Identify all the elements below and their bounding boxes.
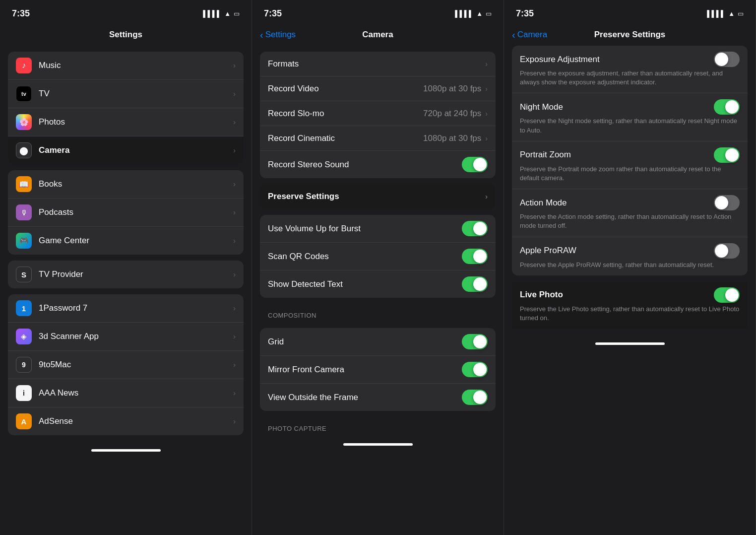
nightmode-desc: Preserve the Night mode setting, rather …	[520, 117, 740, 134]
settings-item-podcasts[interactable]: 🎙 Podcasts ›	[8, 199, 244, 227]
camera-item-showtext[interactable]: Show Detected Text	[260, 270, 496, 298]
settings-item-camera[interactable]: ⬤ Camera ›	[8, 136, 244, 164]
camera-chevron: ›	[233, 146, 236, 154]
settings-item-3dscanner[interactable]: ◈ 3d Scanner App ›	[8, 323, 244, 351]
signal-icon-2: ▌▌▌▌	[455, 10, 473, 17]
recordslomo-chevron: ›	[485, 110, 488, 118]
showtext-label: Show Detected Text	[268, 279, 462, 289]
battery-icon: ▭	[234, 10, 240, 17]
recordcinematic-chevron: ›	[485, 134, 488, 142]
viewoutside-thumb	[473, 391, 487, 404]
preserve-title: Preserve Settings	[594, 30, 666, 40]
3dscanner-label: 3d Scanner App	[39, 332, 233, 341]
nightmode-label: Night Mode	[520, 102, 563, 112]
volumeburst-thumb	[473, 222, 487, 235]
adsense-icon: A	[16, 413, 32, 429]
showtext-toggle[interactable]	[462, 276, 488, 292]
preserve-settings-block: Exposure Adjustment Preserve the exposur…	[512, 46, 748, 275]
settings-item-adsense[interactable]: A AdSense ›	[8, 407, 244, 435]
portraitzoom-thumb	[725, 148, 739, 162]
camera-item-formats[interactable]: Formats ›	[260, 52, 496, 76]
portraitzoom-desc: Preserve the Portrait mode zoom rather t…	[520, 165, 740, 183]
tv-label: TV	[39, 89, 233, 99]
recordcinematic-value: 1080p at 30 fps	[423, 134, 481, 143]
mirrorcamera-toggle[interactable]	[462, 362, 488, 377]
tv-chevron: ›	[233, 90, 236, 98]
preserve-back-button[interactable]: ‹ Camera	[512, 29, 547, 41]
camera-item-mirrorcamera[interactable]: Mirror Front Camera	[260, 356, 496, 384]
preserve-item-portraitzoom: Portrait Zoom Preserve the Portrait mode…	[512, 141, 748, 189]
music-icon: ♪	[16, 58, 32, 73]
volumeburst-label: Use Volume Up for Burst	[268, 224, 462, 234]
1password-icon: 1	[16, 300, 32, 316]
actionmode-desc: Preserve the Action mode setting, rather…	[520, 212, 740, 230]
9to5mac-icon: 9	[16, 357, 32, 373]
camera-item-viewoutside[interactable]: View Outside the Frame	[260, 384, 496, 411]
scroll-indicator-1	[91, 449, 161, 452]
settings-item-aaa[interactable]: i AAA News ›	[8, 379, 244, 407]
recordslomo-label: Record Slo-mo	[268, 109, 423, 119]
podcasts-label: Podcasts	[39, 207, 233, 217]
camera-item-scanqr[interactable]: Scan QR Codes	[260, 243, 496, 270]
livephoto-toggle[interactable]	[714, 287, 740, 303]
camera-item-preserve[interactable]: Preserve Settings ›	[260, 184, 496, 209]
camera-item-recordvideo[interactable]: Record Video 1080p at 30 fps ›	[260, 76, 496, 101]
1password-chevron: ›	[233, 304, 236, 312]
settings-item-tvprovider[interactable]: S TV Provider ›	[8, 261, 244, 288]
exposure-label: Exposure Adjustment	[520, 55, 600, 65]
formats-label: Formats	[268, 59, 485, 69]
camera-item-grid[interactable]: Grid	[260, 328, 496, 356]
camera-item-recordcinematic[interactable]: Record Cinematic 1080p at 30 fps ›	[260, 126, 496, 151]
scroll-indicator-3	[595, 342, 665, 345]
status-bar-1: 7:35 ▌▌▌▌ ▲ ▭	[0, 0, 252, 24]
viewoutside-label: View Outside the Frame	[268, 393, 462, 402]
settings-item-music[interactable]: ♪ Music ›	[8, 52, 244, 80]
grid-label: Grid	[268, 337, 462, 347]
recordvideo-label: Record Video	[268, 84, 423, 94]
settings-item-9to5mac[interactable]: 9 9to5Mac ›	[8, 351, 244, 379]
1password-label: 1Password 7	[39, 303, 233, 313]
status-icons-2: ▌▌▌▌ ▲ ▭	[455, 10, 492, 17]
volumeburst-toggle[interactable]	[462, 221, 488, 236]
proraw-toggle[interactable]	[714, 243, 740, 259]
stereosound-toggle[interactable]	[462, 157, 488, 172]
camera-item-volumeburst[interactable]: Use Volume Up for Burst	[260, 215, 496, 243]
settings-item-1password[interactable]: 1 1Password 7 ›	[8, 294, 244, 323]
nav-bar-2: ‹ Settings Camera	[252, 24, 504, 46]
aaa-chevron: ›	[233, 389, 236, 397]
exposure-toggle[interactable]	[714, 52, 740, 67]
podcasts-chevron: ›	[233, 208, 236, 216]
portraitzoom-toggle[interactable]	[714, 147, 740, 163]
panel-preserve: 7:35 ▌▌▌▌ ▲ ▭ ‹ Camera Preserve Settings…	[504, 0, 756, 535]
settings-item-gamecenter[interactable]: 🎮 Game Center ›	[8, 227, 244, 255]
recordslomo-value: 720p at 240 fps	[423, 109, 481, 119]
3dscanner-chevron: ›	[233, 333, 236, 340]
exposure-thumb	[715, 53, 728, 66]
camera-back-button[interactable]: ‹ Settings	[260, 29, 296, 41]
viewoutside-toggle[interactable]	[462, 390, 488, 405]
camera-item-stereosound[interactable]: Record Stereo Sound	[260, 151, 496, 178]
books-label: Books	[39, 179, 233, 189]
back-chevron-2: ‹	[260, 29, 263, 41]
tvprovider-icon: S	[16, 267, 32, 282]
status-bar-2: 7:35 ▌▌▌▌ ▲ ▭	[252, 0, 504, 24]
actionmode-toggle[interactable]	[714, 195, 740, 210]
camera-group-composition: Grid Mirror Front Camera View Outside th…	[260, 328, 496, 411]
proraw-thumb	[715, 244, 728, 258]
camera-item-recordslomo[interactable]: Record Slo-mo 720p at 240 fps ›	[260, 101, 496, 126]
nightmode-toggle[interactable]	[714, 99, 740, 115]
camera-group-main: Formats › Record Video 1080p at 30 fps ›…	[260, 52, 496, 178]
books-chevron: ›	[233, 180, 236, 188]
back-label-3: Camera	[517, 30, 547, 40]
formats-chevron: ›	[485, 60, 488, 68]
grid-toggle[interactable]	[462, 334, 488, 349]
mirrorcamera-label: Mirror Front Camera	[268, 365, 462, 375]
actionmode-thumb	[715, 196, 728, 209]
settings-item-photos[interactable]: 🌸 Photos ›	[8, 108, 244, 136]
settings-item-books[interactable]: 📖 Books ›	[8, 170, 244, 199]
scanqr-toggle[interactable]	[462, 249, 488, 264]
status-bar-3: 7:35 ▌▌▌▌ ▲ ▭	[504, 0, 756, 24]
tvprovider-chevron: ›	[233, 270, 236, 278]
settings-item-tv[interactable]: tv TV ›	[8, 80, 244, 108]
nav-bar-3: ‹ Camera Preserve Settings	[504, 24, 756, 46]
